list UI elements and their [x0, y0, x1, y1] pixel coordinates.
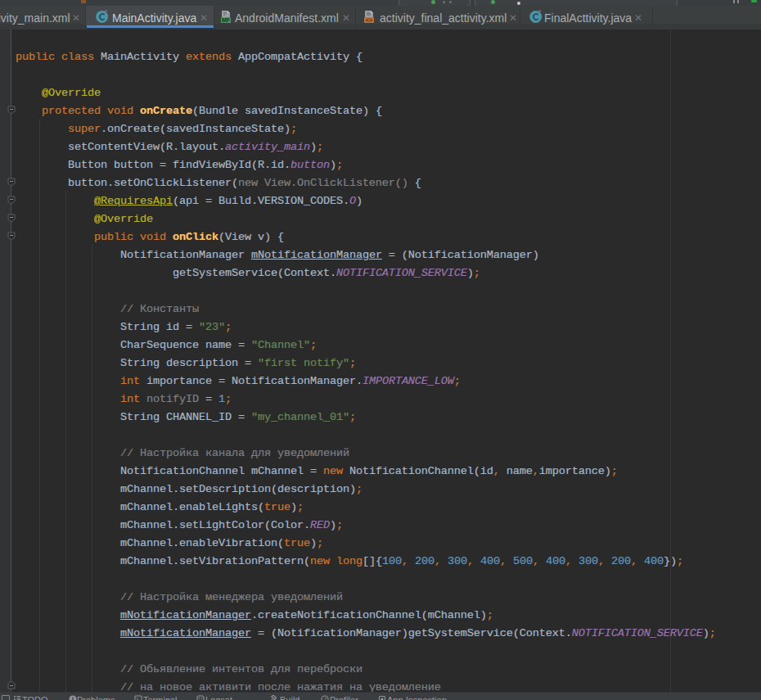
svg-text:<>: <>: [366, 17, 372, 23]
svg-text:MF: MF: [222, 17, 231, 23]
